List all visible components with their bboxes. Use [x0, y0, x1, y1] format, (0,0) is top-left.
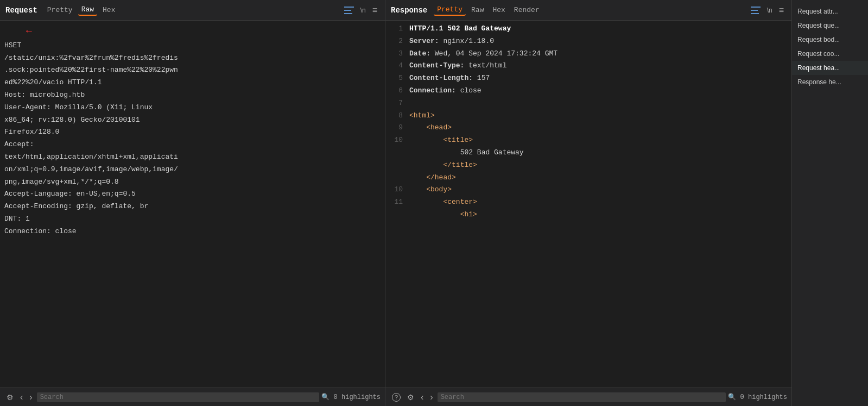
- line-num-8: 8: [390, 110, 403, 122]
- line-num-13: [390, 172, 403, 184]
- request-content: ← HSET /static/unix:%2fvar%2frun%2fredis…: [0, 21, 385, 388]
- table-row: png,image/svg+xml,*/*;q=0.8: [0, 176, 385, 189]
- line-num-4: 4: [390, 60, 403, 72]
- table-row: 11 <center>: [385, 196, 791, 209]
- table-row: 5 Content-Length: 157: [385, 72, 791, 85]
- request-search-icon: 🔍: [321, 393, 330, 401]
- response-next-button[interactable]: ›: [428, 391, 435, 403]
- table-row: Accept-Language: en-US,en;q=0.5: [0, 188, 385, 201]
- response-content: 1 HTTP/1.1 502 Bad Gateway 2 Server: ngi…: [385, 21, 791, 388]
- response-line-10: <title>: [409, 135, 473, 146]
- newline-icon: \n: [360, 7, 366, 14]
- request-line-ua3: Firefox/128.0: [4, 127, 59, 138]
- response-arrow-left-icon: ‹: [421, 392, 423, 402]
- request-line-url3: ed%22%20/vacio HTTP/1.1: [4, 77, 102, 89]
- sidebar-item-request-cookies[interactable]: Request coo...: [792, 47, 868, 61]
- request-tab-raw[interactable]: Raw: [78, 4, 97, 16]
- sidebar-pane: Request attr... Request que... Request b…: [792, 0, 868, 406]
- response-help-button[interactable]: ?: [390, 392, 403, 403]
- response-list-icon: [751, 7, 761, 14]
- table-row: .sock:pointed%20%22first-name%22%20%22pw…: [0, 64, 385, 77]
- list-view-button[interactable]: [342, 5, 356, 15]
- response-line-5: Content-Length: 157: [409, 73, 490, 84]
- line-num-3: 3: [390, 48, 403, 60]
- table-row: </head>: [385, 172, 791, 184]
- line-num-2: 2: [390, 36, 403, 47]
- request-annotation-line: ←: [0, 23, 385, 40]
- table-row: 1 HTTP/1.1 502 Bad Gateway: [385, 23, 791, 35]
- hamburger-icon: ≡: [372, 5, 377, 15]
- response-prev-button[interactable]: ‹: [419, 391, 426, 403]
- response-search-input[interactable]: [438, 392, 726, 402]
- response-menu-button[interactable]: ≡: [777, 4, 786, 16]
- response-footer: ? ⚙ ‹ › 🔍 0 highlights: [385, 388, 791, 406]
- response-header: Response Pretty Raw Hex Render \n ≡: [385, 0, 791, 21]
- sidebar-item-request-headers[interactable]: Request hea...: [792, 61, 868, 75]
- request-prev-button[interactable]: ‹: [18, 391, 25, 403]
- line-num-10: 10: [390, 135, 403, 146]
- table-row: on/xml;q=0.9,image/avif,image/webp,image…: [0, 164, 385, 176]
- response-search-icon: 🔍: [728, 393, 736, 401]
- request-line-ua1: User-Agent: Mozilla/5.0 (X11; Linux: [4, 102, 153, 114]
- request-line-accept1: text/html,application/xhtml+xml,applicat…: [4, 152, 178, 163]
- table-row: /static/unix:%2fvar%2frun%2fredis%2fredi…: [0, 52, 385, 65]
- line-num-9: 9: [390, 122, 403, 134]
- response-line-6: Connection: close: [409, 85, 481, 97]
- request-settings-button[interactable]: ⚙: [4, 392, 16, 403]
- table-row: <h1>: [385, 209, 791, 221]
- response-line-1: HTTP/1.1 502 Bad Gateway: [409, 23, 511, 35]
- response-arrow-right-icon: ›: [430, 392, 433, 402]
- response-tab-pretty[interactable]: Pretty: [434, 4, 466, 16]
- line-num-5: 5: [390, 73, 403, 84]
- request-line-url1: /static/unix:%2fvar%2frun%2fredis%2fredi…: [4, 53, 178, 64]
- response-list-view-button[interactable]: [749, 5, 763, 15]
- response-settings-button[interactable]: ⚙: [405, 392, 416, 403]
- request-tab-pretty[interactable]: Pretty: [44, 5, 76, 15]
- response-line-14: <body>: [409, 184, 452, 196]
- response-line-13: </head>: [409, 172, 456, 184]
- line-num-14: 10: [390, 184, 403, 196]
- request-tab-hex[interactable]: Hex: [99, 5, 118, 15]
- table-row: 10 <body>: [385, 184, 791, 196]
- response-line-16: <h1>: [409, 209, 477, 221]
- response-title: Response: [391, 6, 427, 15]
- table-row: Accept:: [0, 139, 385, 151]
- response-newline-button[interactable]: \n: [765, 5, 775, 15]
- request-menu-button[interactable]: ≡: [370, 4, 379, 16]
- request-line-ua2: x86_64; rv:128.0) Gecko/20100101: [4, 115, 140, 126]
- table-row: 4 Content-Type: text/html: [385, 60, 791, 72]
- table-row: 10 <title>: [385, 134, 791, 147]
- table-row: text/html,application/xhtml+xml,applicat…: [0, 151, 385, 164]
- request-next-button[interactable]: ›: [27, 391, 34, 403]
- line-num-12: [390, 160, 403, 171]
- table-row: </title>: [385, 159, 791, 172]
- request-search-input[interactable]: [37, 392, 319, 402]
- response-line-2: Server: nginx/1.18.0: [409, 36, 494, 47]
- response-newline-icon: \n: [767, 7, 772, 14]
- request-line-connection: Connection: close: [4, 226, 77, 238]
- request-line-accept3: png,image/svg+xml,*/*;q=0.8: [4, 177, 119, 188]
- line-num-6: 6: [390, 85, 403, 97]
- response-tab-raw[interactable]: Raw: [468, 5, 487, 15]
- red-arrow-annotation: ←: [26, 23, 32, 39]
- request-header: Request Pretty Raw Hex \n ≡: [0, 0, 385, 21]
- sidebar-item-response-headers[interactable]: Response he...: [792, 75, 868, 89]
- sidebar-item-request-attributes[interactable]: Request attr...: [792, 4, 868, 18]
- table-row: 7: [385, 97, 791, 110]
- list-icon: [344, 7, 354, 14]
- response-pane: Response Pretty Raw Hex Render \n ≡ 1 HT…: [385, 0, 792, 406]
- newline-button[interactable]: \n: [358, 5, 368, 15]
- table-row: Accept-Encoding: gzip, deflate, br: [0, 201, 385, 213]
- table-row: 2 Server: nginx/1.18.0: [385, 35, 791, 48]
- sidebar-item-request-query[interactable]: Request que...: [792, 18, 868, 33]
- arrow-left-icon: ‹: [20, 392, 23, 402]
- request-line-url2: .sock:pointed%20%22first-name%22%20%22pw…: [4, 65, 178, 76]
- request-footer: ⚙ ‹ › 🔍 0 highlights: [0, 388, 385, 406]
- response-line-3: Date: Wed, 04 Sep 2024 17:32:24 GMT: [409, 48, 557, 60]
- request-highlights-count: 0 highlights: [334, 393, 381, 401]
- table-row: 8 <html>: [385, 110, 791, 122]
- table-row: 3 Date: Wed, 04 Sep 2024 17:32:24 GMT: [385, 48, 791, 60]
- sidebar-item-request-body[interactable]: Request bod...: [792, 33, 868, 47]
- response-tab-render[interactable]: Render: [511, 5, 543, 15]
- response-tab-hex[interactable]: Hex: [489, 5, 508, 15]
